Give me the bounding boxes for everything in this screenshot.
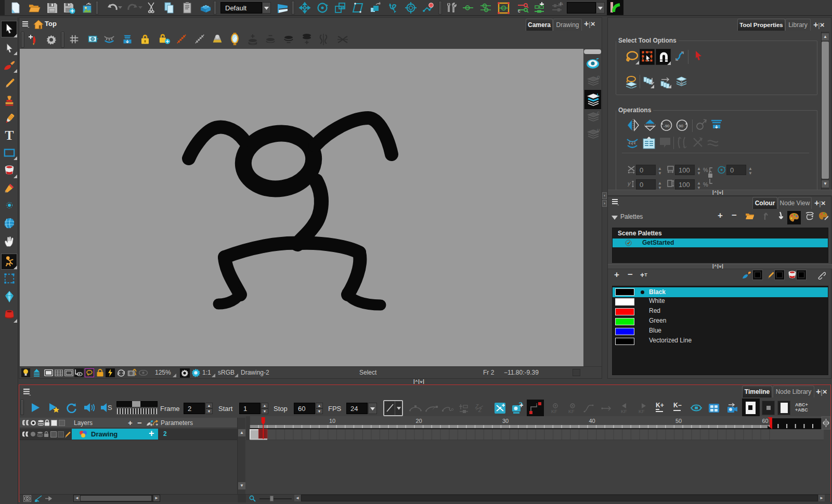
svg-text:KF: KF [551,409,557,414]
svg-text:KF: KF [568,409,575,414]
svg-text:50: 50 [675,418,682,424]
svg-text:20: 20 [415,418,422,424]
svg-text:U: U [597,128,600,132]
svg-text:90: 90 [679,124,683,128]
svg-text:O: O [597,75,600,79]
svg-text:S: S [108,404,112,412]
svg-text:10: 10 [329,418,335,424]
svg-text:y: y [628,180,631,187]
svg-text:30: 30 [502,418,509,424]
svg-text:60: 60 [762,418,768,424]
svg-text:c: c [518,8,521,14]
svg-text:KF: KF [639,409,645,414]
svg-text:L: L [597,92,600,97]
svg-text:-90: -90 [664,124,670,128]
svg-text:1: 1 [134,372,137,376]
svg-text:40: 40 [589,418,595,424]
svg-text:KF: KF [621,409,627,414]
svg-text:C: C [597,111,600,115]
svg-text:A: A [560,1,563,6]
